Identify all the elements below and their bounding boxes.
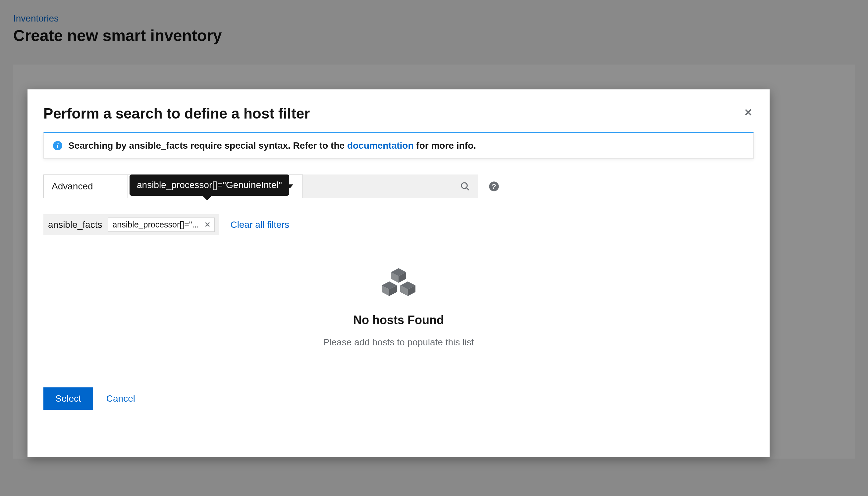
alert-text: Searching by ansible_facts require speci… bbox=[68, 140, 476, 151]
modal-footer: Select Cancel bbox=[43, 387, 754, 410]
info-icon: i bbox=[53, 141, 62, 150]
chip-remove-button[interactable]: ✕ bbox=[204, 220, 210, 229]
search-type-label: Advanced bbox=[52, 181, 93, 192]
filter-chip: ansible_processor[]="... ✕ bbox=[108, 218, 214, 232]
cancel-button[interactable]: Cancel bbox=[106, 393, 135, 404]
close-icon: ✕ bbox=[744, 107, 752, 118]
svg-point-0 bbox=[461, 183, 468, 189]
search-text-input[interactable] bbox=[303, 174, 478, 198]
clear-all-filters-button[interactable]: Clear all filters bbox=[231, 219, 289, 230]
alert-info: i Searching by ansible_facts require spe… bbox=[43, 132, 754, 159]
filter-chip-group: ansible_facts ansible_processor[]="... ✕ bbox=[43, 214, 219, 235]
chip-group-label: ansible_facts bbox=[48, 219, 102, 230]
modal-close-button[interactable]: ✕ bbox=[744, 107, 752, 118]
host-filter-modal: Perform a search to define a host filter… bbox=[28, 89, 770, 457]
filter-chips-row: ansible_facts ansible_processor[]="... ✕… bbox=[43, 214, 754, 235]
svg-line-1 bbox=[467, 188, 469, 190]
empty-state-subtitle: Please add hosts to populate this list bbox=[323, 337, 474, 348]
alert-text-after: for more info. bbox=[414, 140, 476, 151]
select-button[interactable]: Select bbox=[43, 387, 93, 410]
empty-state: No hosts Found Please add hosts to popul… bbox=[43, 268, 754, 348]
search-type-select[interactable]: Advanced bbox=[43, 174, 127, 198]
filter-tooltip: ansible_processor[]="GenuineIntel" bbox=[130, 174, 289, 196]
question-circle-icon: ? bbox=[489, 181, 499, 192]
modal-title: Perform a search to define a host filter bbox=[43, 105, 754, 122]
svg-text:?: ? bbox=[492, 182, 496, 191]
alert-documentation-link[interactable]: documentation bbox=[347, 140, 414, 151]
cubes-icon bbox=[380, 268, 417, 300]
chip-label: ansible_processor[]="... bbox=[112, 220, 199, 230]
search-row: Advanced ✕ ? ansible_processor[]="Genuin… bbox=[43, 174, 754, 198]
alert-text-before: Searching by ansible_facts require speci… bbox=[68, 140, 347, 151]
search-icon[interactable] bbox=[460, 182, 470, 191]
search-help-button[interactable]: ? bbox=[489, 181, 499, 192]
empty-state-title: No hosts Found bbox=[353, 313, 444, 327]
